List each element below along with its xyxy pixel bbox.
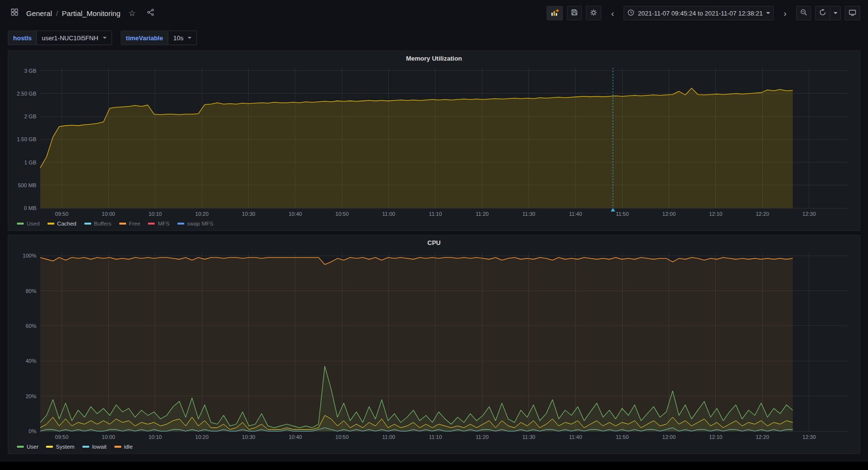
legend-item-swap-mfs[interactable]: swap MFS bbox=[177, 221, 213, 227]
caret-down-icon bbox=[834, 12, 837, 14]
window-bottom-edge bbox=[0, 462, 868, 470]
x-axis-label: 10:10 bbox=[148, 211, 162, 217]
star-icon: ☆ bbox=[129, 9, 136, 17]
legend-label: swap MFS bbox=[187, 221, 213, 227]
refresh-button[interactable] bbox=[815, 6, 830, 20]
y-axis-label: 20% bbox=[26, 393, 36, 399]
y-axis-label: 2.50 GB bbox=[17, 91, 36, 97]
refresh-icon bbox=[819, 9, 826, 17]
legend-swatch bbox=[48, 223, 54, 225]
y-axis-label: 0 MB bbox=[24, 205, 36, 211]
memory-legend: UsedCachedBuffersFreeMFSswap MFS bbox=[13, 219, 855, 228]
x-axis-label: 12:30 bbox=[803, 211, 816, 217]
panel-memory-utilization: Memory Utilization 0 MB500 MB1 GB1.50 GB… bbox=[8, 50, 860, 231]
chevron-right-icon: › bbox=[784, 9, 787, 18]
legend-item-user[interactable]: User bbox=[17, 444, 38, 450]
legend-swatch bbox=[17, 446, 24, 448]
legend-label: Iowait bbox=[92, 444, 107, 450]
x-axis-label: 10:20 bbox=[195, 211, 209, 217]
variables-bar: hostls user1-NUC10i5FNH timeVariable 10s bbox=[0, 26, 868, 50]
dashboard-settings-button[interactable] bbox=[586, 6, 601, 20]
cpu-chart-area[interactable]: 0%20%40%60%80%100%09:5010:0010:1010:2010… bbox=[13, 248, 855, 442]
clock-icon bbox=[627, 9, 634, 17]
x-axis-label: 11:10 bbox=[429, 434, 442, 440]
legend-item-free[interactable]: Free bbox=[119, 221, 141, 227]
panel-title-cpu[interactable]: CPU bbox=[13, 238, 855, 248]
time-range-picker[interactable]: 2021-11-07 09:45:24 to 2021-11-07 12:38:… bbox=[624, 6, 774, 20]
x-axis-label: 10:20 bbox=[195, 434, 209, 440]
x-axis-label: 12:30 bbox=[803, 434, 816, 440]
legend-item-used[interactable]: Used bbox=[17, 221, 40, 227]
legend-swatch bbox=[46, 446, 53, 448]
save-dashboard-button[interactable] bbox=[567, 6, 582, 20]
navbar: General / Partial_Monitoring ☆ bbox=[0, 0, 868, 26]
x-axis-label: 11:30 bbox=[522, 211, 535, 217]
y-axis-label: 80% bbox=[26, 288, 36, 294]
share-button[interactable] bbox=[144, 6, 157, 20]
variable-value-hostls[interactable]: user1-NUC10i5FNH bbox=[36, 31, 112, 45]
legend-swatch bbox=[119, 223, 126, 225]
apps-grid-icon bbox=[11, 8, 18, 18]
cpu-chart-svg[interactable]: 0%20%40%60%80%100%09:5010:0010:1010:2010… bbox=[13, 248, 855, 442]
legend-swatch bbox=[17, 223, 24, 225]
legend-swatch bbox=[84, 223, 91, 225]
legend-item-buffers[interactable]: Buffers bbox=[84, 221, 112, 227]
variable-value-timevariable[interactable]: 10s bbox=[168, 31, 197, 45]
cycle-view-mode-button[interactable] bbox=[845, 6, 860, 20]
x-axis-label: 10:40 bbox=[289, 434, 302, 440]
x-axis-label: 12:20 bbox=[755, 211, 769, 217]
legend-item-cached[interactable]: Cached bbox=[48, 221, 77, 227]
variable-label-hostls: hostls bbox=[8, 31, 36, 45]
y-axis-label: 0% bbox=[29, 428, 36, 434]
x-axis-label: 10:50 bbox=[336, 211, 349, 217]
x-axis-label: 11:50 bbox=[616, 434, 629, 440]
x-axis-label: 11:00 bbox=[382, 434, 395, 440]
x-axis-label: 10:00 bbox=[102, 434, 115, 440]
refresh-interval-button[interactable] bbox=[830, 6, 841, 20]
zoom-out-time-button[interactable] bbox=[796, 6, 811, 20]
share-icon bbox=[147, 9, 154, 18]
x-axis-label: 10:30 bbox=[242, 211, 256, 217]
x-axis-label: 11:50 bbox=[616, 211, 629, 217]
zoom-out-icon bbox=[800, 9, 807, 17]
legend-item-iowait[interactable]: Iowait bbox=[82, 444, 107, 450]
favorite-button[interactable]: ☆ bbox=[125, 6, 139, 20]
legend-label: MFS bbox=[158, 221, 169, 227]
legend-item-system[interactable]: System bbox=[46, 444, 74, 450]
memory-chart-svg[interactable]: 0 MB500 MB1 GB1.50 GB2 GB2.50 GB3 GB09:5… bbox=[13, 64, 855, 219]
legend-swatch bbox=[177, 223, 184, 225]
variable-label-timevariable: timeVariable bbox=[121, 31, 168, 45]
x-axis-label: 11:40 bbox=[569, 211, 582, 217]
x-axis-label: 12:00 bbox=[662, 211, 676, 217]
legend-item-mfs[interactable]: MFS bbox=[148, 221, 169, 227]
panel-title-memory[interactable]: Memory Utilization bbox=[13, 53, 855, 64]
y-axis-label: 500 MB bbox=[18, 182, 36, 188]
y-axis-label: 100% bbox=[23, 253, 36, 259]
memory-chart-area[interactable]: 0 MB500 MB1 GB1.50 GB2 GB2.50 GB3 GB09:5… bbox=[13, 64, 855, 219]
dashboard-toolbar: ‹ 2021-11-07 09:45:24 to 2021-11-07 12:3… bbox=[547, 6, 860, 20]
time-shift-forward-button[interactable]: › bbox=[778, 6, 792, 20]
legend-swatch bbox=[82, 446, 89, 448]
variable-selected-host: user1-NUC10i5FNH bbox=[42, 34, 98, 42]
x-axis-label: 11:40 bbox=[569, 434, 582, 440]
breadcrumb-page-title[interactable]: Partial_Monitoring bbox=[62, 9, 121, 17]
add-panel-button[interactable] bbox=[547, 6, 563, 20]
legend-label: Buffers bbox=[94, 221, 112, 227]
series-fill-Cached bbox=[40, 88, 793, 208]
apps-menu-button[interactable] bbox=[8, 6, 21, 20]
time-shift-back-button[interactable]: ‹ bbox=[605, 6, 620, 20]
x-axis-label: 11:30 bbox=[522, 434, 535, 440]
breadcrumb-section[interactable]: General bbox=[26, 9, 52, 17]
x-axis-label: 09:50 bbox=[55, 211, 69, 217]
x-axis-label: 11:20 bbox=[476, 434, 489, 440]
x-axis-label: 12:00 bbox=[662, 434, 676, 440]
legend-item-idle[interactable]: idle bbox=[114, 444, 133, 450]
x-axis-label: 10:50 bbox=[336, 434, 349, 440]
save-icon bbox=[571, 9, 578, 17]
cpu-legend: UserSystemIowaitidle bbox=[13, 442, 855, 452]
x-axis-label: 12:10 bbox=[709, 434, 723, 440]
x-axis-label: 10:00 bbox=[102, 211, 115, 217]
x-axis-label: 12:10 bbox=[709, 211, 723, 217]
panel-cpu: CPU 0%20%40%60%80%100%09:5010:0010:1010:… bbox=[8, 235, 860, 454]
tv-icon bbox=[849, 9, 856, 18]
